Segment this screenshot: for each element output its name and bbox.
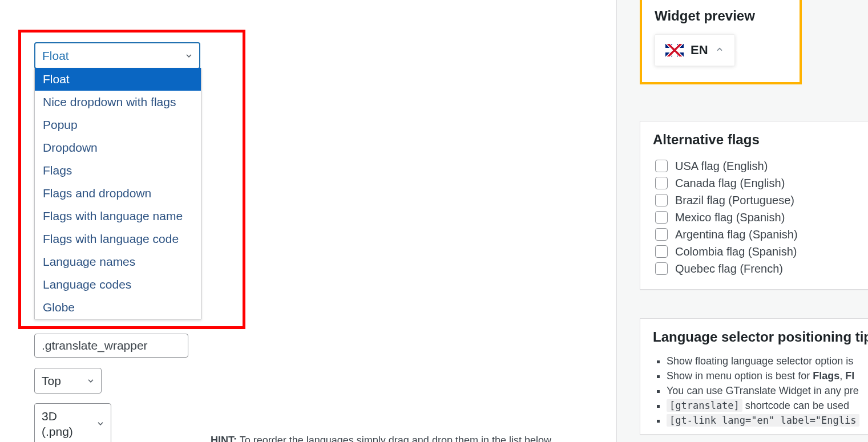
chevron-down-icon: [86, 373, 95, 388]
widget-look-option[interactable]: Language names: [35, 250, 201, 273]
alt-flag-label: USA flag (English): [675, 160, 768, 173]
positioning-tips-panel: Language selector positioning tips Show …: [640, 318, 868, 435]
alt-flag-row[interactable]: Argentina flag (Spanish): [653, 226, 855, 242]
flag-style-select[interactable]: 3D (.png): [34, 403, 111, 442]
tip-item: [gtranslate] shortcode can be used: [667, 400, 868, 412]
float-position-select[interactable]: Top: [34, 368, 102, 394]
uk-flag-icon: [665, 44, 684, 56]
preview-lang-code: EN: [691, 43, 708, 58]
float-position-value: Top: [42, 373, 61, 388]
widget-look-option[interactable]: Nice dropdown with flags: [35, 91, 201, 113]
alt-flag-row[interactable]: Mexico flag (Spanish): [653, 209, 855, 225]
alt-flag-checkbox[interactable]: [655, 160, 668, 172]
alt-flag-checkbox[interactable]: [655, 177, 668, 189]
widget-look-select-value: Float: [42, 48, 69, 63]
widget-look-option[interactable]: Float: [35, 68, 201, 91]
alt-flag-checkbox[interactable]: [655, 245, 668, 258]
tip-item: You can use GTranslate Widget in any pre: [667, 385, 868, 397]
alt-flag-checkbox[interactable]: [655, 194, 668, 206]
widget-preview-panel: Widget preview EN: [640, 0, 802, 84]
widget-look-option[interactable]: Language codes: [35, 273, 201, 296]
alt-flag-label: Canada flag (English): [675, 177, 785, 190]
chevron-down-icon: [96, 416, 105, 432]
alt-flag-label: Quebec flag (French): [675, 262, 783, 275]
right-column: Widget preview EN Alternative flags USA …: [616, 0, 868, 442]
alt-flag-checkbox[interactable]: [655, 228, 668, 241]
alt-flag-row[interactable]: Brazil flag (Portuguese): [653, 192, 855, 208]
panel-title: Alternative flags: [653, 132, 855, 148]
widget-look-options: Float Nice dropdown with flags Popup Dro…: [34, 68, 201, 319]
hint-prefix: HINT:: [211, 435, 237, 442]
hint-body: To reorder the languages simply drag and…: [237, 435, 554, 442]
widget-look-option[interactable]: Popup: [35, 113, 201, 136]
chevron-up-icon: [715, 45, 724, 56]
alternative-flags-panel: Alternative flags USA flag (English) Can…: [640, 121, 868, 290]
flag-style-value: 3D (.png): [42, 408, 90, 440]
widget-look-option[interactable]: Flags: [35, 159, 201, 182]
widget-look-select[interactable]: Float: [34, 42, 200, 69]
hint-text: HINT: To reorder the languages simply dr…: [211, 435, 554, 442]
tip-item: Show floating language selector option i…: [667, 355, 868, 367]
panel-title: Widget preview: [655, 8, 787, 24]
alt-flag-label: Brazil flag (Portuguese): [675, 194, 794, 207]
widget-look-option[interactable]: Flags with language name: [35, 205, 201, 228]
preview-language-switcher[interactable]: EN: [655, 34, 735, 66]
widget-look-option[interactable]: Dropdown: [35, 136, 201, 159]
alt-flag-checkbox[interactable]: [655, 211, 668, 224]
alt-flag-row[interactable]: Canada flag (English): [653, 175, 855, 191]
alt-flag-checkbox[interactable]: [655, 262, 668, 275]
alt-flag-label: Colombia flag (Spanish): [675, 245, 797, 258]
wrapper-selector-input[interactable]: [34, 334, 188, 358]
tip-item: Show in menu option is best for Flags, F…: [667, 370, 868, 382]
tip-item: [gt-link lang="en" label="Englis: [667, 415, 868, 427]
alt-flag-label: Argentina flag (Spanish): [675, 228, 798, 241]
chevron-down-icon: [184, 48, 193, 63]
alt-flag-label: Mexico flag (Spanish): [675, 211, 785, 224]
widget-look-option[interactable]: Flags with language code: [35, 228, 201, 250]
widget-look-option[interactable]: Globe: [35, 296, 201, 319]
alt-flag-row[interactable]: Colombia flag (Spanish): [653, 244, 855, 259]
shortcode: [gt-link lang="en" label="Englis: [667, 414, 859, 427]
alt-flag-row[interactable]: Quebec flag (French): [653, 261, 855, 277]
shortcode: [gtranslate]: [667, 399, 742, 412]
widget-look-option[interactable]: Flags and dropdown: [35, 182, 201, 205]
alt-flag-row[interactable]: USA flag (English): [653, 158, 855, 174]
panel-title: Language selector positioning tips: [653, 329, 868, 345]
